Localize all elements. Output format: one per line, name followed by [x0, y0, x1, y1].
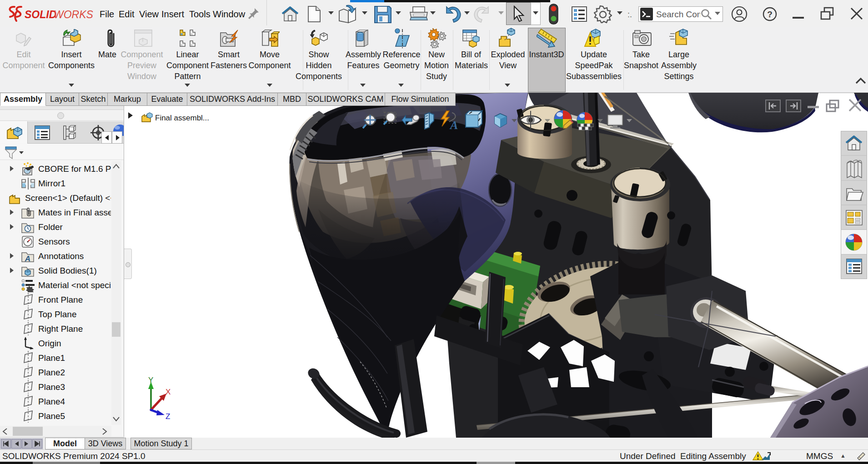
svg-text:WORKS: WORKS — [54, 9, 94, 20]
svg-text:Y: Y — [148, 376, 153, 384]
svg-text:A: A — [25, 254, 30, 263]
svg-text:SOLID: SOLID — [25, 9, 56, 20]
svg-text:X: X — [166, 388, 171, 396]
svg-text:Z: Z — [166, 412, 170, 421]
svg-text:?: ? — [767, 10, 773, 19]
